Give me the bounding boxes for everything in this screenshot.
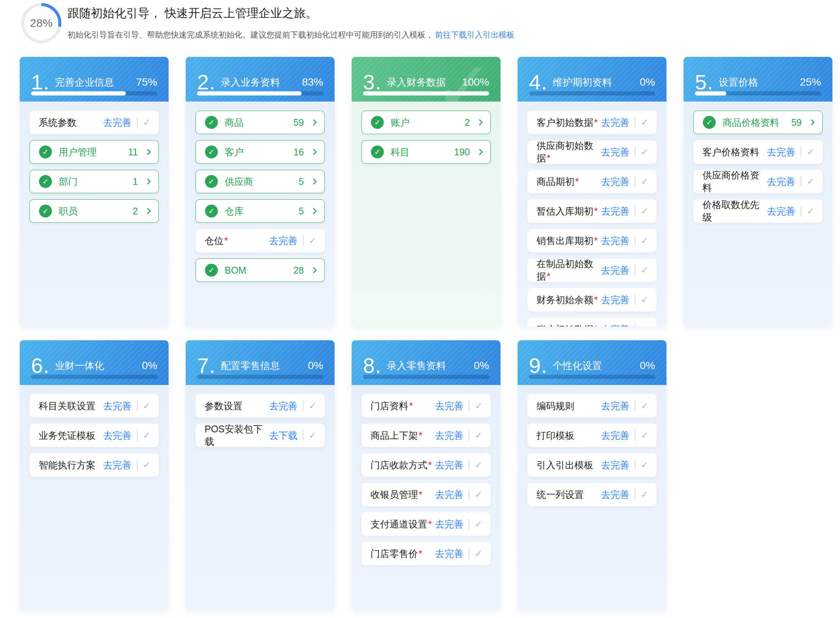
mark-done-check-icon[interactable]: ✓ bbox=[641, 265, 648, 275]
mark-done-check-icon[interactable]: ✓ bbox=[143, 117, 150, 128]
mark-done-check-icon[interactable]: ✓ bbox=[641, 460, 648, 470]
item-action-link[interactable]: 去完善 bbox=[435, 429, 463, 442]
item-action-link[interactable]: 去完善 bbox=[601, 459, 629, 471]
mark-done-check-icon[interactable]: ✓ bbox=[475, 430, 482, 441]
item-todo: 系统参数去完善✓ bbox=[30, 111, 159, 134]
mark-done-check-icon[interactable]: ✓ bbox=[309, 430, 316, 441]
mark-done-check-icon[interactable]: ✓ bbox=[475, 489, 482, 500]
mark-done-check-icon[interactable]: ✓ bbox=[807, 206, 814, 216]
item-action-link[interactable]: 去完善 bbox=[601, 116, 629, 129]
card-title: 录入业务资料 bbox=[221, 76, 280, 89]
mark-done-check-icon[interactable]: ✓ bbox=[143, 460, 150, 470]
item-done[interactable]: ✓仓库5 bbox=[196, 199, 325, 223]
card-body: 参数设置去完善✓POS安装包下载去下载✓ bbox=[186, 385, 335, 610]
item-action-link[interactable]: 去完善 bbox=[103, 116, 131, 129]
item-action-link[interactable]: 去完善 bbox=[269, 235, 297, 247]
item-done[interactable]: ✓职员2 bbox=[30, 199, 159, 223]
divider bbox=[635, 294, 635, 305]
item-done[interactable]: ✓账户2 bbox=[361, 111, 491, 134]
item-label: 门店资料* bbox=[371, 400, 413, 412]
item-action-link[interactable]: 去下载 bbox=[269, 429, 297, 442]
item-action-link[interactable]: 去完善 bbox=[601, 205, 629, 217]
item-action-link[interactable]: 去完善 bbox=[103, 429, 131, 442]
item-action-link[interactable]: 去完善 bbox=[767, 175, 795, 188]
item-done[interactable]: ✓科目190 bbox=[361, 140, 491, 164]
item-action-link[interactable]: 去完善 bbox=[601, 175, 629, 188]
cards-grid: 1.完善企业信息75%系统参数去完善✓✓用户管理11✓部门1✓职员22.录入业务… bbox=[20, 57, 832, 610]
item-action-link[interactable]: 去完善 bbox=[103, 459, 131, 471]
item-label: 支付通道设置* bbox=[371, 518, 432, 530]
item-label-text: 暂估入库期初 bbox=[537, 206, 593, 216]
mark-done-check-icon[interactable]: ✓ bbox=[641, 294, 648, 305]
mark-done-check-icon[interactable]: ✓ bbox=[641, 206, 648, 216]
mark-done-check-icon[interactable]: ✓ bbox=[807, 176, 814, 187]
item-todo: 打印模板去完善✓ bbox=[527, 424, 657, 447]
card-title: 业财一体化 bbox=[55, 359, 104, 372]
item-action-link[interactable]: 去完善 bbox=[601, 264, 629, 277]
item-action-link[interactable]: 去完善 bbox=[103, 400, 131, 412]
card-step-8: 8.录入零售资料0%门店资料*去完善✓商品上下架*去完善✓门店收款方式*去完善✓… bbox=[352, 340, 501, 610]
item-action-link[interactable]: 去完善 bbox=[269, 400, 297, 412]
required-asterisk: * bbox=[594, 235, 598, 246]
item-done[interactable]: ✓BOM28 bbox=[196, 258, 325, 282]
page-subtitle: 初始化引导旨在引导、帮助您快速完成系统初始化。建议您提前下载初始化过程中可能用到… bbox=[67, 30, 515, 40]
item-done[interactable]: ✓供应商5 bbox=[196, 170, 325, 193]
item-action-link[interactable]: 去完善 bbox=[435, 518, 463, 530]
item-done[interactable]: ✓商品59 bbox=[196, 111, 325, 134]
mark-done-check-icon[interactable]: ✓ bbox=[309, 235, 316, 246]
item-action-link[interactable]: 去完善 bbox=[435, 488, 463, 501]
item-action-link[interactable]: 去完善 bbox=[435, 548, 463, 560]
item-todo: 暂估入库期初*去完善✓ bbox=[527, 199, 657, 223]
item-todo: 客户价格资料去完善✓ bbox=[693, 140, 823, 164]
card-step-5: 5.设置价格25%✓商品价格资料59客户价格资料去完善✓供应商价格资料去完善✓价… bbox=[684, 57, 832, 327]
item-label: 供应商 bbox=[225, 175, 253, 188]
card-percent: 83% bbox=[302, 76, 323, 88]
mark-done-check-icon[interactable]: ✓ bbox=[475, 460, 482, 470]
item-done[interactable]: ✓用户管理11 bbox=[30, 140, 159, 164]
mark-done-check-icon[interactable]: ✓ bbox=[309, 401, 316, 411]
item-action-link[interactable]: 去完善 bbox=[435, 400, 463, 412]
card-title: 个性化设置 bbox=[553, 359, 602, 372]
mark-done-check-icon[interactable]: ✓ bbox=[143, 430, 150, 441]
item-todo: 参数设置去完善✓ bbox=[196, 394, 325, 418]
required-asterisk: * bbox=[594, 117, 598, 128]
item-action-link[interactable]: 去完善 bbox=[435, 459, 463, 471]
card-header: 6.业财一体化0% bbox=[20, 340, 169, 385]
mark-done-check-icon[interactable]: ✓ bbox=[641, 176, 648, 187]
mark-done-check-icon[interactable]: ✓ bbox=[475, 548, 482, 559]
mark-done-check-icon[interactable]: ✓ bbox=[641, 401, 648, 411]
item-action-link[interactable]: 去完善 bbox=[601, 400, 629, 412]
mark-done-check-icon[interactable]: ✓ bbox=[641, 235, 648, 246]
item-action-link[interactable]: 去完善 bbox=[601, 294, 629, 306]
mark-done-check-icon[interactable]: ✓ bbox=[475, 519, 482, 529]
item-label: 客户初始数据* bbox=[537, 116, 598, 129]
card-title: 维护期初资料 bbox=[553, 76, 612, 89]
card-step-7: 7.配置零售信息0%参数设置去完善✓POS安装包下载去下载✓ bbox=[186, 340, 335, 610]
item-done[interactable]: ✓部门1 bbox=[30, 170, 159, 193]
item-action-link[interactable]: 去完善 bbox=[601, 235, 629, 247]
mark-done-check-icon[interactable]: ✓ bbox=[475, 401, 482, 411]
item-label-text: 销售出库期初 bbox=[537, 235, 593, 246]
item-action-link[interactable]: 去完善 bbox=[601, 429, 629, 442]
mark-done-check-icon[interactable]: ✓ bbox=[641, 324, 648, 327]
item-label: 暂估入库期初* bbox=[537, 205, 598, 217]
item-action-link[interactable]: 去完善 bbox=[767, 146, 795, 158]
item-label: 智能执行方案 bbox=[39, 459, 95, 471]
item-action-link[interactable]: 去完善 bbox=[601, 488, 629, 501]
chevron-right-icon bbox=[145, 149, 151, 155]
item-action-link[interactable]: 去完善 bbox=[601, 323, 629, 327]
download-template-link[interactable]: 前往下载引入引出模板 bbox=[435, 30, 515, 39]
mark-done-check-icon[interactable]: ✓ bbox=[641, 489, 648, 500]
item-label: 科目关联设置 bbox=[39, 400, 95, 412]
item-done[interactable]: ✓客户16 bbox=[196, 140, 325, 164]
item-done[interactable]: ✓商品价格资料59 bbox=[693, 111, 823, 134]
mark-done-check-icon[interactable]: ✓ bbox=[807, 147, 814, 157]
item-action-link[interactable]: 去完善 bbox=[601, 146, 629, 158]
mark-done-check-icon[interactable]: ✓ bbox=[641, 147, 648, 157]
mark-done-check-icon[interactable]: ✓ bbox=[641, 117, 648, 128]
chevron-right-icon bbox=[809, 119, 815, 126]
mark-done-check-icon[interactable]: ✓ bbox=[641, 430, 648, 441]
required-asterisk: * bbox=[575, 176, 579, 187]
mark-done-check-icon[interactable]: ✓ bbox=[143, 401, 150, 411]
item-action-link[interactable]: 去完善 bbox=[767, 205, 795, 217]
